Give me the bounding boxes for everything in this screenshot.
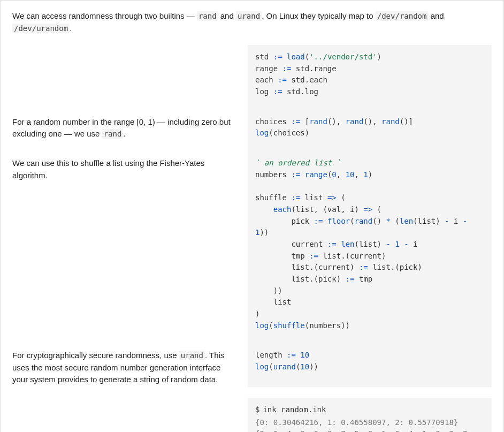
terminal-output: $ink random.ink {0: 0.30464216, 1: 0.465…	[248, 398, 492, 432]
prose-empty-1	[12, 45, 237, 46]
output-line-1: {0: 0.30464216, 1: 0.46558097, 2: 0.5577…	[255, 417, 484, 429]
code-block-rand: choices := [rand(), rand(), rand()] log(…	[248, 102, 492, 143]
output-line-2: {3: 6, 4: 8, 6: 0, 7: 5, 8: 1, 0: 4, 1: …	[255, 428, 484, 432]
terminal-command: ink random.ink	[263, 405, 326, 414]
prose-shuffle: We can use this to shuffle a list using …	[12, 143, 237, 181]
rand-text-2: .	[123, 129, 125, 138]
inline-code-urand-2: urand	[179, 351, 205, 360]
shuffle-text: We can use this to shuffle a list using …	[12, 158, 204, 180]
inline-code-dev-random: /dev/random	[376, 11, 429, 21]
intro-text-4: and	[428, 11, 444, 20]
intro-text-3: . On Linux they typically map to	[262, 11, 376, 20]
intro-text-5: .	[70, 24, 72, 33]
code-block-imports: std := load('../vendor/std') range := st…	[248, 45, 492, 102]
inline-code-rand-2: rand	[102, 129, 124, 139]
urand-text-1: For cryptographically secure randomness,…	[12, 351, 179, 360]
intro-text-2: and	[218, 11, 236, 20]
section-urand: For cryptographically secure randomness,…	[12, 336, 492, 432]
prompt-icon: $	[255, 405, 259, 414]
section-rand: For a random number in the range [0, 1) …	[12, 102, 492, 143]
code-block-urand: length := 10 log(urand(10))	[248, 336, 492, 386]
intro-paragraph: We can access randomness through two bui…	[12, 10, 492, 34]
intro-text-1: We can access randomness through two bui…	[12, 11, 197, 20]
inline-code-dev-urandom: /dev/urandom	[12, 24, 70, 33]
prose-urand: For cryptographically secure randomness,…	[12, 336, 237, 386]
terminal-command-line: $ink random.ink	[255, 404, 484, 416]
inline-code-urand: urand	[236, 11, 262, 21]
documentation-page: We can access randomness through two bui…	[0, 0, 504, 432]
section-shuffle: We can use this to shuffle a list using …	[12, 143, 492, 336]
prose-rand: For a random number in the range [0, 1) …	[12, 102, 237, 140]
section-imports: std := load('../vendor/std') range := st…	[12, 45, 492, 102]
inline-code-rand: rand	[197, 11, 218, 21]
code-block-shuffle: ` an ordered list ` numbers := range(0, …	[248, 143, 492, 336]
